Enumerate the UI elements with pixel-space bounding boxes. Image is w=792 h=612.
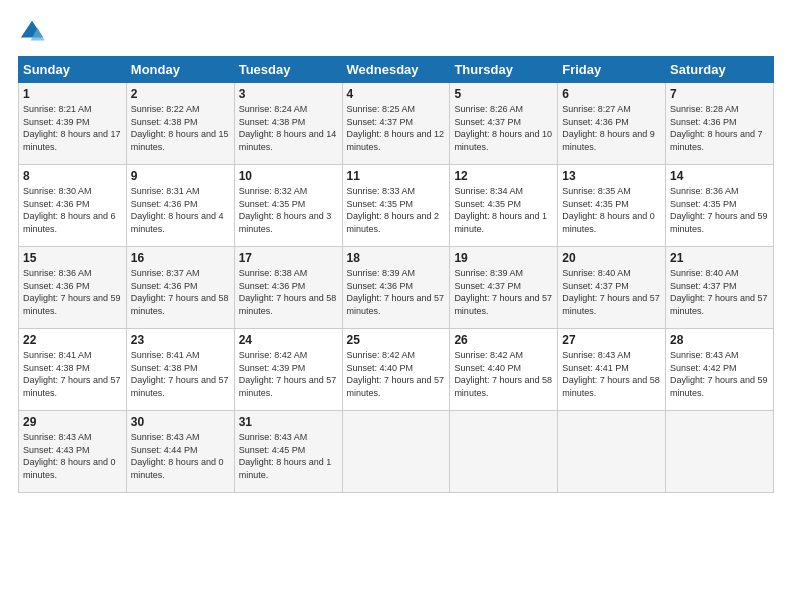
day-info: Sunrise: 8:37 AMSunset: 4:36 PMDaylight:… xyxy=(131,268,229,316)
day-number: 21 xyxy=(670,251,769,265)
day-cell: 11Sunrise: 8:33 AMSunset: 4:35 PMDayligh… xyxy=(342,165,450,247)
day-info: Sunrise: 8:31 AMSunset: 4:36 PMDaylight:… xyxy=(131,186,224,234)
day-cell: 23Sunrise: 8:41 AMSunset: 4:38 PMDayligh… xyxy=(126,329,234,411)
col-header-friday: Friday xyxy=(558,57,666,83)
day-number: 16 xyxy=(131,251,230,265)
day-info: Sunrise: 8:27 AMSunset: 4:36 PMDaylight:… xyxy=(562,104,655,152)
col-header-monday: Monday xyxy=(126,57,234,83)
page: SundayMondayTuesdayWednesdayThursdayFrid… xyxy=(0,0,792,612)
day-info: Sunrise: 8:43 AMSunset: 4:45 PMDaylight:… xyxy=(239,432,332,480)
day-cell: 16Sunrise: 8:37 AMSunset: 4:36 PMDayligh… xyxy=(126,247,234,329)
day-cell: 1Sunrise: 8:21 AMSunset: 4:39 PMDaylight… xyxy=(19,83,127,165)
day-info: Sunrise: 8:41 AMSunset: 4:38 PMDaylight:… xyxy=(131,350,229,398)
day-info: Sunrise: 8:40 AMSunset: 4:37 PMDaylight:… xyxy=(562,268,660,316)
day-number: 28 xyxy=(670,333,769,347)
day-info: Sunrise: 8:39 AMSunset: 4:37 PMDaylight:… xyxy=(454,268,552,316)
day-info: Sunrise: 8:42 AMSunset: 4:40 PMDaylight:… xyxy=(347,350,445,398)
day-info: Sunrise: 8:43 AMSunset: 4:43 PMDaylight:… xyxy=(23,432,116,480)
day-info: Sunrise: 8:35 AMSunset: 4:35 PMDaylight:… xyxy=(562,186,655,234)
day-cell: 19Sunrise: 8:39 AMSunset: 4:37 PMDayligh… xyxy=(450,247,558,329)
col-header-thursday: Thursday xyxy=(450,57,558,83)
day-info: Sunrise: 8:21 AMSunset: 4:39 PMDaylight:… xyxy=(23,104,121,152)
col-header-saturday: Saturday xyxy=(666,57,774,83)
day-number: 19 xyxy=(454,251,553,265)
day-info: Sunrise: 8:33 AMSunset: 4:35 PMDaylight:… xyxy=(347,186,440,234)
day-number: 3 xyxy=(239,87,338,101)
day-cell: 30Sunrise: 8:43 AMSunset: 4:44 PMDayligh… xyxy=(126,411,234,493)
day-number: 6 xyxy=(562,87,661,101)
day-cell: 4Sunrise: 8:25 AMSunset: 4:37 PMDaylight… xyxy=(342,83,450,165)
day-info: Sunrise: 8:25 AMSunset: 4:37 PMDaylight:… xyxy=(347,104,445,152)
header-row: SundayMondayTuesdayWednesdayThursdayFrid… xyxy=(19,57,774,83)
day-number: 8 xyxy=(23,169,122,183)
day-number: 31 xyxy=(239,415,338,429)
day-info: Sunrise: 8:39 AMSunset: 4:36 PMDaylight:… xyxy=(347,268,445,316)
day-cell: 18Sunrise: 8:39 AMSunset: 4:36 PMDayligh… xyxy=(342,247,450,329)
day-cell: 10Sunrise: 8:32 AMSunset: 4:35 PMDayligh… xyxy=(234,165,342,247)
day-cell: 12Sunrise: 8:34 AMSunset: 4:35 PMDayligh… xyxy=(450,165,558,247)
day-number: 15 xyxy=(23,251,122,265)
day-number: 14 xyxy=(670,169,769,183)
day-cell: 22Sunrise: 8:41 AMSunset: 4:38 PMDayligh… xyxy=(19,329,127,411)
day-number: 30 xyxy=(131,415,230,429)
day-cell xyxy=(666,411,774,493)
day-cell: 7Sunrise: 8:28 AMSunset: 4:36 PMDaylight… xyxy=(666,83,774,165)
col-header-wednesday: Wednesday xyxy=(342,57,450,83)
day-number: 9 xyxy=(131,169,230,183)
week-row-1: 1Sunrise: 8:21 AMSunset: 4:39 PMDaylight… xyxy=(19,83,774,165)
day-number: 22 xyxy=(23,333,122,347)
day-info: Sunrise: 8:42 AMSunset: 4:39 PMDaylight:… xyxy=(239,350,337,398)
day-info: Sunrise: 8:22 AMSunset: 4:38 PMDaylight:… xyxy=(131,104,229,152)
day-number: 23 xyxy=(131,333,230,347)
day-info: Sunrise: 8:43 AMSunset: 4:41 PMDaylight:… xyxy=(562,350,660,398)
day-info: Sunrise: 8:28 AMSunset: 4:36 PMDaylight:… xyxy=(670,104,763,152)
day-number: 27 xyxy=(562,333,661,347)
day-cell: 15Sunrise: 8:36 AMSunset: 4:36 PMDayligh… xyxy=(19,247,127,329)
logo-icon xyxy=(18,18,46,46)
calendar-table: SundayMondayTuesdayWednesdayThursdayFrid… xyxy=(18,56,774,493)
day-number: 5 xyxy=(454,87,553,101)
day-info: Sunrise: 8:32 AMSunset: 4:35 PMDaylight:… xyxy=(239,186,332,234)
day-cell: 24Sunrise: 8:42 AMSunset: 4:39 PMDayligh… xyxy=(234,329,342,411)
day-info: Sunrise: 8:38 AMSunset: 4:36 PMDaylight:… xyxy=(239,268,337,316)
day-cell: 17Sunrise: 8:38 AMSunset: 4:36 PMDayligh… xyxy=(234,247,342,329)
day-number: 20 xyxy=(562,251,661,265)
day-info: Sunrise: 8:26 AMSunset: 4:37 PMDaylight:… xyxy=(454,104,552,152)
day-cell: 31Sunrise: 8:43 AMSunset: 4:45 PMDayligh… xyxy=(234,411,342,493)
day-info: Sunrise: 8:36 AMSunset: 4:36 PMDaylight:… xyxy=(23,268,121,316)
day-info: Sunrise: 8:30 AMSunset: 4:36 PMDaylight:… xyxy=(23,186,116,234)
day-info: Sunrise: 8:42 AMSunset: 4:40 PMDaylight:… xyxy=(454,350,552,398)
day-cell: 28Sunrise: 8:43 AMSunset: 4:42 PMDayligh… xyxy=(666,329,774,411)
day-cell: 26Sunrise: 8:42 AMSunset: 4:40 PMDayligh… xyxy=(450,329,558,411)
day-info: Sunrise: 8:41 AMSunset: 4:38 PMDaylight:… xyxy=(23,350,121,398)
header xyxy=(18,18,774,46)
day-number: 13 xyxy=(562,169,661,183)
day-cell xyxy=(342,411,450,493)
day-cell: 21Sunrise: 8:40 AMSunset: 4:37 PMDayligh… xyxy=(666,247,774,329)
day-cell: 20Sunrise: 8:40 AMSunset: 4:37 PMDayligh… xyxy=(558,247,666,329)
day-cell: 13Sunrise: 8:35 AMSunset: 4:35 PMDayligh… xyxy=(558,165,666,247)
day-number: 12 xyxy=(454,169,553,183)
day-info: Sunrise: 8:34 AMSunset: 4:35 PMDaylight:… xyxy=(454,186,547,234)
week-row-3: 15Sunrise: 8:36 AMSunset: 4:36 PMDayligh… xyxy=(19,247,774,329)
day-info: Sunrise: 8:43 AMSunset: 4:42 PMDaylight:… xyxy=(670,350,768,398)
day-number: 24 xyxy=(239,333,338,347)
col-header-tuesday: Tuesday xyxy=(234,57,342,83)
day-cell: 9Sunrise: 8:31 AMSunset: 4:36 PMDaylight… xyxy=(126,165,234,247)
day-number: 26 xyxy=(454,333,553,347)
day-info: Sunrise: 8:40 AMSunset: 4:37 PMDaylight:… xyxy=(670,268,768,316)
day-number: 4 xyxy=(347,87,446,101)
day-info: Sunrise: 8:43 AMSunset: 4:44 PMDaylight:… xyxy=(131,432,224,480)
day-info: Sunrise: 8:24 AMSunset: 4:38 PMDaylight:… xyxy=(239,104,337,152)
day-cell: 3Sunrise: 8:24 AMSunset: 4:38 PMDaylight… xyxy=(234,83,342,165)
day-cell: 25Sunrise: 8:42 AMSunset: 4:40 PMDayligh… xyxy=(342,329,450,411)
day-number: 11 xyxy=(347,169,446,183)
day-cell: 27Sunrise: 8:43 AMSunset: 4:41 PMDayligh… xyxy=(558,329,666,411)
day-cell: 5Sunrise: 8:26 AMSunset: 4:37 PMDaylight… xyxy=(450,83,558,165)
day-number: 25 xyxy=(347,333,446,347)
day-number: 1 xyxy=(23,87,122,101)
day-number: 7 xyxy=(670,87,769,101)
day-cell xyxy=(558,411,666,493)
day-cell xyxy=(450,411,558,493)
day-number: 10 xyxy=(239,169,338,183)
